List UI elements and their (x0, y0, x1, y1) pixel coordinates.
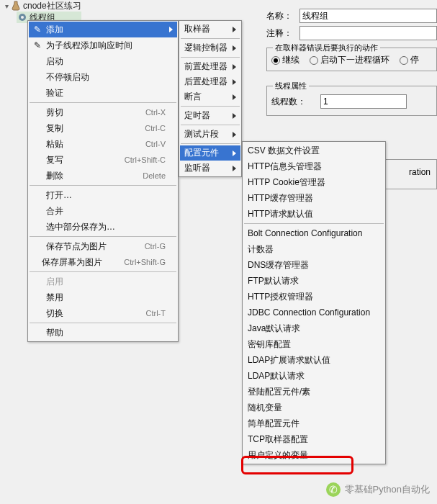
radio-continue[interactable]: 继续 (271, 54, 299, 66)
menu-delete-shortcut: Delete (143, 171, 166, 180)
menu-toggle[interactable]: 切换 Ctrl-T (29, 305, 177, 321)
comment-input[interactable] (299, 26, 437, 40)
menu-save-screen-img-label: 保存屏幕为图片 (42, 256, 102, 269)
submenu-sampler[interactable]: 取样器 (180, 22, 240, 37)
chevron-right-icon (233, 113, 236, 119)
config-item[interactable]: 密钥库配置 (243, 336, 384, 352)
config-item-user-vars[interactable]: 用户定义的变量 (243, 447, 384, 463)
add-submenu: 取样器 逻辑控制器 前置处理器 后置处理器 断言 定时器 测试片段 配置元件 监… (179, 20, 242, 177)
flask-icon (10, 0, 22, 12)
chevron-right-icon (233, 94, 236, 100)
config-item[interactable]: JDBC Connection Configuration (243, 305, 384, 320)
menu-think-time[interactable]: ✎ 为子线程添加响应时间 (29, 37, 177, 53)
submenu-post[interactable]: 后置处理器 (180, 74, 240, 89)
config-item[interactable]: CSV 数据文件设置 (243, 143, 384, 158)
menu-duplicate-label: 复写 (46, 154, 103, 166)
config-item[interactable]: 随机变量 (243, 400, 384, 415)
submenu-listener[interactable]: 监听器 (180, 161, 240, 176)
menu-start-label: 启动 (46, 55, 166, 68)
submenu-config[interactable]: 配置元件 (180, 145, 240, 161)
collapse-icon[interactable]: ▾ (5, 2, 9, 10)
menu-save-selection[interactable]: 选中部分保存为… (29, 219, 177, 235)
config-item[interactable]: TCP取样器配置 (243, 431, 384, 447)
wechat-icon: ✆ (326, 482, 341, 497)
menu-disable-label: 禁用 (46, 292, 166, 304)
menu-delete[interactable]: 删除 Delete (29, 168, 177, 184)
menu-open[interactable]: 打开… (29, 187, 177, 203)
menu-save-screen-img[interactable]: 保存屏幕为图片 Ctrl+Shift-G (29, 254, 177, 270)
config-item[interactable]: 计数器 (243, 241, 384, 257)
name-input[interactable] (299, 9, 437, 23)
config-item[interactable]: 简单配置元件 (243, 415, 384, 431)
menu-save-sel-label: 选中部分保存为… (46, 221, 166, 233)
menu-start[interactable]: 启动 (29, 53, 177, 69)
comment-label: 注释： (266, 27, 295, 40)
menu-save-node-img-shortcut: Ctrl-G (145, 242, 166, 251)
config-item[interactable]: HTTP信息头管理器 (243, 158, 384, 174)
submenu-logic[interactable]: 逻辑控制器 (180, 40, 240, 55)
menu-merge[interactable]: 合并 (29, 203, 177, 219)
context-menu: ✎ 添加 ✎ 为子线程添加响应时间 启动 不停顿启动 验证 剪切 Ctrl-X … (27, 20, 179, 342)
chevron-right-icon (233, 27, 236, 32)
menu-save-node-img[interactable]: 保存节点为图片 Ctrl-G (29, 238, 177, 254)
submenu-pre[interactable]: 前置处理器 (180, 59, 240, 74)
submenu-timer[interactable]: 定时器 (180, 108, 240, 123)
tree-root[interactable]: ▾ cnode社区练习 (4, 0, 81, 12)
menu-cut[interactable]: 剪切 Ctrl-X (29, 104, 177, 120)
thread-props-fieldset: 线程属性 线程数： (266, 86, 437, 116)
radio-start-next[interactable]: 启动下一进程循环 (310, 54, 389, 66)
chevron-right-icon (233, 150, 236, 156)
name-label: 名称： (266, 10, 295, 22)
menu-paste[interactable]: 粘贴 Ctrl-V (29, 136, 177, 152)
menu-separator (30, 102, 176, 103)
config-item[interactable]: Java默认请求 (243, 320, 384, 336)
chevron-right-icon (169, 27, 173, 32)
config-item[interactable]: LDAP默认请求 (243, 368, 384, 384)
config-item[interactable]: HTTP授权管理器 (243, 289, 384, 305)
radio-icon (310, 56, 318, 65)
menu-add-label: 添加 (46, 24, 166, 36)
chevron-right-icon (233, 64, 236, 70)
config-item[interactable]: HTTP Cookie管理器 (243, 174, 384, 190)
menu-cut-label: 剪切 (46, 107, 124, 119)
config-item[interactable]: HTTP请求默认值 (243, 206, 384, 222)
menu-disable[interactable]: 禁用 (29, 289, 177, 305)
chevron-right-icon (233, 79, 236, 85)
menu-duplicate[interactable]: 复写 Ctrl+Shift-C (29, 152, 177, 168)
menu-validate-label: 验证 (46, 87, 166, 99)
menu-help-label: 帮助 (46, 327, 166, 339)
threads-input[interactable] (320, 94, 407, 109)
menu-toggle-label: 切换 (46, 307, 125, 320)
radio-icon (271, 56, 280, 65)
tree-root-label: cnode社区练习 (23, 0, 81, 12)
menu-add[interactable]: ✎ 添加 (29, 22, 177, 37)
menu-validate[interactable]: 验证 (29, 85, 177, 101)
config-item[interactable]: DNS缓存管理器 (243, 257, 384, 273)
config-item[interactable]: FTP默认请求 (243, 273, 384, 289)
submenu-assert[interactable]: 断言 (180, 89, 240, 104)
menu-separator (181, 106, 240, 107)
sampler-error-legend: 在取样器错误后要执行的动作 (273, 42, 380, 53)
sampler-error-fieldset: 在取样器错误后要执行的动作 继续 启动下一进程循环 停 (266, 48, 437, 71)
radio-stop[interactable]: 停 (400, 54, 419, 66)
config-item[interactable]: HTTP缓存管理器 (243, 190, 384, 206)
config-item[interactable]: Bolt Connection Configuration (243, 225, 384, 241)
menu-help[interactable]: 帮助 (29, 325, 177, 341)
menu-separator (181, 57, 240, 58)
config-element-submenu: CSV 数据文件设置 HTTP信息头管理器 HTTP Cookie管理器 HTT… (242, 141, 386, 464)
menu-enable-label: 启用 (46, 276, 166, 288)
menu-save-node-img-label: 保存节点为图片 (46, 240, 123, 253)
menu-copy[interactable]: 复制 Ctrl-C (29, 120, 177, 136)
menu-copy-shortcut: Ctrl-C (145, 124, 166, 132)
menu-think-time-label: 为子线程添加响应时间 (46, 40, 166, 52)
menu-paste-label: 粘贴 (46, 138, 124, 150)
menu-open-label: 打开… (46, 189, 166, 202)
menu-start-no-pause[interactable]: 不停顿启动 (29, 69, 177, 85)
menu-separator (244, 223, 384, 224)
config-item[interactable]: 登陆配置元件/素 (243, 384, 384, 400)
watermark-text: 零基础Python自动化 (345, 483, 430, 496)
config-item[interactable]: LDAP扩展请求默认值 (243, 352, 384, 368)
chevron-right-icon (233, 132, 236, 138)
submenu-testfrag[interactable]: 测试片段 (180, 127, 240, 142)
menu-duplicate-shortcut: Ctrl+Shift-C (125, 156, 166, 164)
